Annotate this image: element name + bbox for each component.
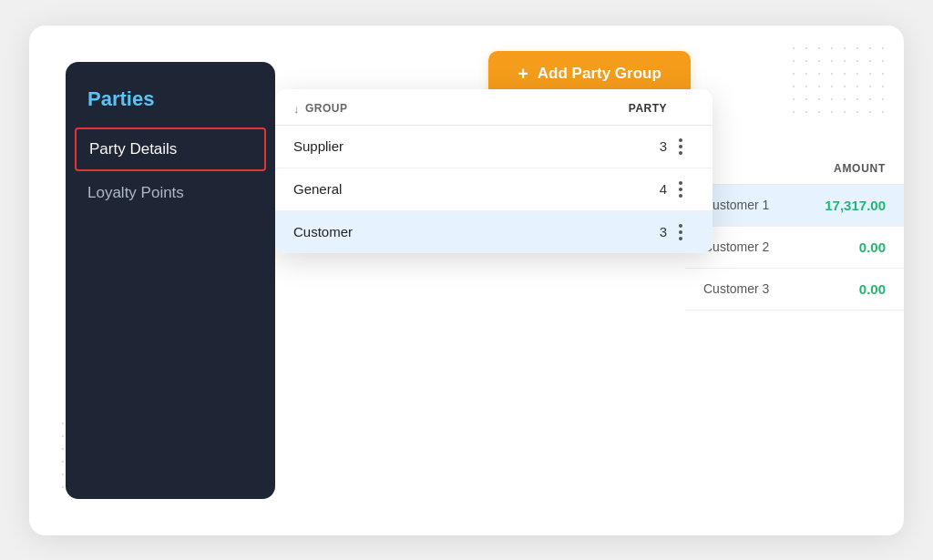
three-dots-icon-general	[679, 181, 682, 198]
right-row-amount-customer1: 17,317.00	[825, 198, 886, 213]
row-label-customer: Customer	[293, 224, 631, 239]
row-menu-customer[interactable]	[667, 224, 694, 240]
sidebar-item-loyalty-points[interactable]: Loyalty Points	[66, 171, 275, 215]
right-row-amount-customer2: 0.00	[859, 239, 886, 255]
dropdown-row-customer[interactable]: Customer 3	[275, 211, 713, 253]
main-card: Parties Party Details Loyalty Points + A…	[29, 25, 904, 535]
row-count-general: 4	[631, 181, 667, 197]
col-party-header: PARTY	[594, 102, 667, 116]
sort-arrow-icon: ↓	[293, 102, 300, 116]
right-table-row-customer1[interactable]: Customer 1 17,317.00	[685, 185, 904, 227]
dropdown-panel: ↓ GROUP PARTY Supplier 3 General 4	[275, 89, 713, 253]
dropdown-header: ↓ GROUP PARTY	[275, 89, 713, 126]
right-row-name-customer2: Customer 2	[703, 239, 859, 254]
add-party-group-label: Add Party Group	[538, 65, 661, 83]
row-menu-supplier[interactable]	[667, 138, 694, 155]
dropdown-row-general[interactable]: General 4	[275, 168, 713, 211]
col-group-header: ↓ GROUP	[293, 102, 594, 116]
sidebar-item-party-details[interactable]: Party Details	[75, 127, 266, 171]
content-area: + Add Party Group ↓ GROUP PARTY Supplier…	[275, 25, 904, 535]
three-dots-icon-supplier	[679, 138, 682, 155]
row-label-supplier: Supplier	[293, 138, 631, 154]
right-row-amount-customer3: 0.00	[859, 281, 886, 297]
row-menu-general[interactable]	[667, 181, 694, 198]
dropdown-row-supplier[interactable]: Supplier 3	[275, 126, 713, 168]
right-row-name-customer3: Customer 3	[703, 281, 859, 296]
right-row-name-customer1: Customer 1	[703, 198, 825, 212]
sidebar: Parties Party Details Loyalty Points	[66, 62, 275, 499]
row-count-customer: 3	[631, 224, 667, 239]
row-label-general: General	[293, 181, 631, 197]
right-table-row-customer2[interactable]: Customer 2 0.00	[685, 227, 904, 269]
col-actions-header	[667, 102, 694, 116]
plus-icon: +	[518, 64, 528, 85]
row-count-supplier: 3	[631, 138, 667, 154]
sidebar-title: Parties	[66, 87, 275, 127]
right-table-row-customer3[interactable]: Customer 3 0.00	[685, 269, 904, 311]
right-table-header: AMOUNT	[685, 153, 904, 185]
three-dots-icon-customer	[679, 224, 682, 240]
right-table: AMOUNT Customer 1 17,317.00 Customer 2 0…	[685, 153, 904, 311]
